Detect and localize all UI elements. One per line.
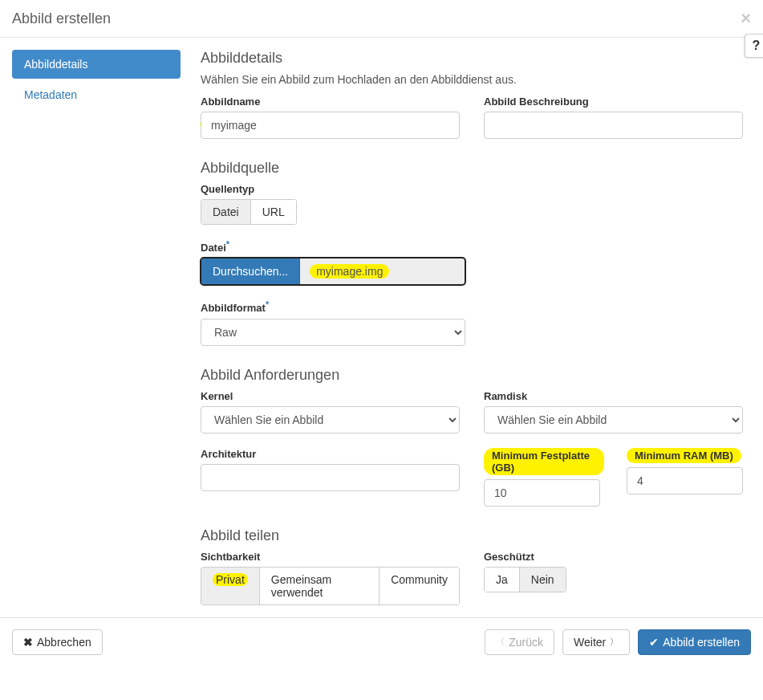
kernel-select[interactable]: Wählen Sie ein Abbild — [201, 406, 460, 433]
label-min-disk: Minimum Festplatte (GB) — [484, 448, 604, 475]
section-details-desc: Wählen Sie ein Abbild zum Hochladen an d… — [201, 73, 743, 86]
cancel-button[interactable]: ✖ Abbrechen — [12, 629, 103, 655]
section-source-title: Abbildquelle — [201, 160, 743, 177]
label-image-desc: Abbild Beschreibung — [484, 96, 743, 108]
file-picker[interactable]: Durchsuchen... myimage.img — [201, 258, 465, 285]
main-panel: Abbilddetails Wählen Sie ein Abbild zum … — [201, 50, 751, 605]
section-requirements-title: Abbild Anforderungen — [201, 367, 743, 384]
image-desc-input[interactable] — [484, 112, 743, 139]
modal-footer: ✖ Abbrechen 〈 Zurück Weiter 〉 ✔ Abbild e… — [0, 617, 763, 666]
label-source-type: Quellentyp — [201, 183, 743, 195]
modal-title: Abbild erstellen — [12, 10, 111, 27]
help-icon[interactable]: ? — [745, 34, 763, 58]
close-icon: ✖ — [23, 636, 33, 649]
section-details-title: Abbilddetails — [201, 50, 743, 67]
modal-body: ? Abbilddetails Metadaten Abbilddetails … — [0, 38, 763, 617]
browse-button[interactable]: Durchsuchen... — [201, 258, 300, 284]
source-type-toggle: Datei URL — [201, 199, 297, 225]
label-file: Datei* — [201, 239, 743, 254]
ramdisk-select[interactable]: Wählen Sie ein Abbild — [484, 406, 743, 433]
architecture-input[interactable] — [201, 464, 460, 491]
label-architecture: Architektur — [201, 448, 460, 460]
label-visibility: Sichtbarkeit — [201, 551, 460, 563]
sidebar-item-metadata[interactable]: Metadaten — [12, 80, 181, 109]
label-ramdisk: Ramdisk — [484, 390, 743, 402]
chevron-left-icon: 〈 — [496, 636, 505, 648]
next-button[interactable]: Weiter 〉 — [562, 629, 630, 655]
source-type-url[interactable]: URL — [251, 199, 297, 225]
file-name-display: myimage.img — [300, 258, 465, 284]
visibility-shared[interactable]: Gemeinsam verwendet — [260, 567, 379, 605]
source-type-file[interactable]: Datei — [201, 199, 251, 225]
label-min-ram: Minimum RAM (MB) — [627, 448, 747, 463]
label-image-name: Abbildname — [201, 96, 460, 108]
format-select[interactable]: Raw — [201, 319, 465, 346]
back-button[interactable]: 〈 Zurück — [485, 629, 554, 655]
visibility-community[interactable]: Community — [379, 567, 460, 605]
close-icon[interactable]: × — [741, 10, 751, 27]
sidebar: Abbilddetails Metadaten — [12, 50, 181, 605]
label-format: Abbildformat* — [201, 299, 743, 314]
check-icon: ✔ — [649, 636, 659, 649]
label-protected: Geschützt — [484, 551, 743, 563]
sidebar-item-details[interactable]: Abbilddetails — [12, 50, 181, 79]
visibility-private[interactable]: Privat — [201, 567, 260, 605]
modal-header: Abbild erstellen × — [0, 0, 763, 38]
visibility-toggle: Privat Gemeinsam verwendet Community — [201, 567, 460, 605]
min-disk-input[interactable] — [484, 479, 600, 507]
chevron-right-icon: 〉 — [610, 636, 619, 648]
label-kernel: Kernel — [201, 390, 460, 402]
submit-button[interactable]: ✔ Abbild erstellen — [638, 629, 751, 655]
min-ram-input[interactable] — [627, 467, 743, 494]
protected-no[interactable]: Nein — [520, 567, 566, 592]
image-name-input[interactable] — [201, 112, 460, 139]
protected-yes[interactable]: Ja — [484, 567, 520, 592]
section-sharing-title: Abbild teilen — [201, 527, 743, 544]
protected-toggle: Ja Nein — [484, 567, 566, 592]
